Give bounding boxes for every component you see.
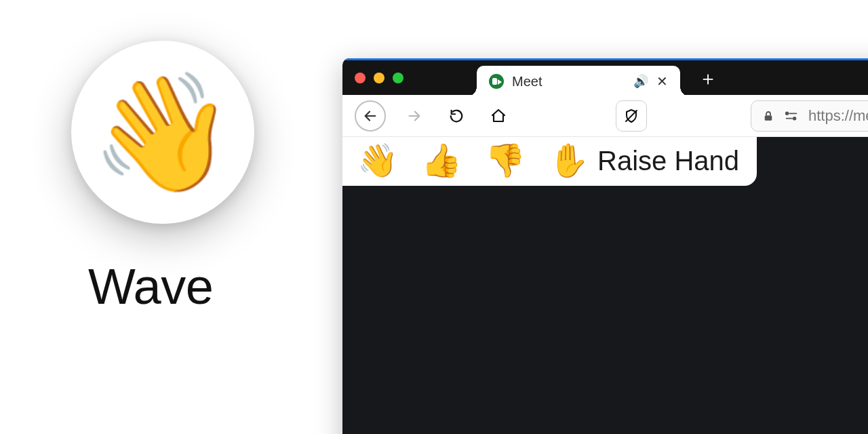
raise-hand-label: Raise Hand <box>597 146 739 176</box>
tab-meet[interactable]: Meet 🔊 ✕ <box>477 66 680 97</box>
close-window-button[interactable] <box>355 73 366 83</box>
shield-slash-icon <box>623 108 639 124</box>
app-title: Wave <box>88 258 213 315</box>
back-button[interactable] <box>355 100 386 132</box>
tab-audio-icon[interactable]: 🔊 <box>633 74 648 89</box>
macos-window-controls <box>342 60 416 95</box>
reload-icon <box>449 108 464 123</box>
raise-hand-button[interactable]: ✋ Raise Hand <box>549 144 739 177</box>
lock-icon <box>762 110 774 122</box>
tab-strip: Meet 🔊 ✕ ＋ <box>342 58 868 95</box>
svg-point-6 <box>793 117 796 119</box>
app-logo-circle: 👋 <box>71 41 254 224</box>
url-bar[interactable]: https://meet <box>751 100 868 132</box>
thumbs-down-reaction-button[interactable]: 👎 <box>485 144 526 177</box>
meet-favicon-icon <box>489 74 504 89</box>
new-tab-button[interactable]: ＋ <box>692 60 724 97</box>
thumbs-up-reaction-button[interactable]: 👍 <box>421 144 462 177</box>
svg-point-4 <box>786 112 789 115</box>
wave-reaction-button[interactable]: 👋 <box>357 144 398 177</box>
forward-button[interactable] <box>401 102 428 130</box>
arrow-left-icon <box>363 108 378 123</box>
tab-close-icon[interactable]: ✕ <box>656 73 668 90</box>
permissions-icon <box>784 110 799 122</box>
tracking-protection-button[interactable] <box>616 100 647 132</box>
reload-button[interactable] <box>443 102 470 130</box>
reaction-toolbar: 👋 👍 👎 ✋ Raise Hand <box>342 137 757 186</box>
maximize-window-button[interactable] <box>393 73 403 83</box>
browser-window: Meet 🔊 ✕ ＋ <box>342 58 868 434</box>
svg-rect-3 <box>765 115 772 121</box>
tab-title: Meet <box>512 74 625 90</box>
home-button[interactable] <box>485 102 512 130</box>
url-text: https://meet <box>808 107 868 125</box>
arrow-right-icon <box>407 108 422 123</box>
raised-hand-icon: ✋ <box>549 144 589 177</box>
home-icon <box>490 108 507 124</box>
minimize-window-button[interactable] <box>374 73 384 83</box>
navigation-bar: https://meet <box>342 95 868 137</box>
wave-emoji-icon: 👋 <box>91 75 235 190</box>
